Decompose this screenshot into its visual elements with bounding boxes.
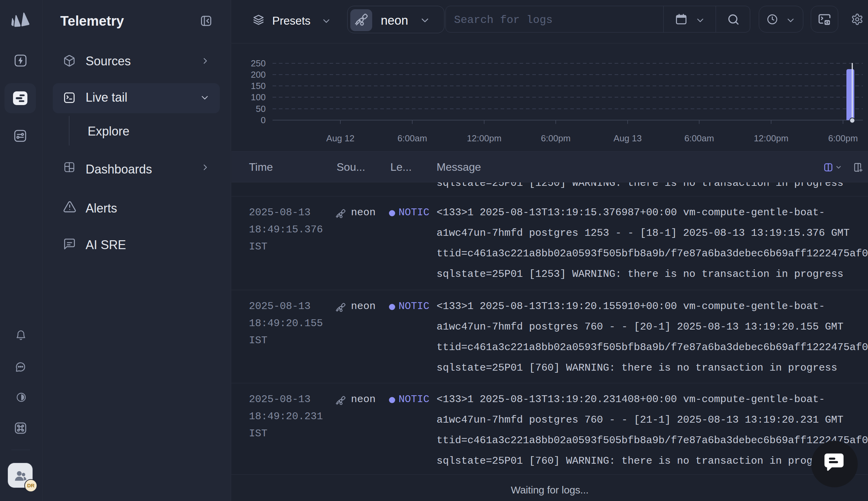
svg-text:Aug 12: Aug 12 [326,133,354,143]
svg-text:6:00pm: 6:00pm [828,133,858,143]
svg-text:6:00am: 6:00am [398,133,427,143]
svg-text:50: 50 [256,104,266,114]
svg-text:150: 150 [251,81,266,91]
svg-text:12:00pm: 12:00pm [754,133,788,143]
svg-text:200: 200 [251,70,266,80]
svg-text:250: 250 [251,58,266,68]
svg-text:100: 100 [251,92,266,102]
svg-text:6:00pm: 6:00pm [541,133,571,143]
svg-text:Aug 13: Aug 13 [614,133,642,143]
svg-text:12:00pm: 12:00pm [467,133,501,143]
svg-text:0: 0 [261,115,266,125]
svg-text:6:00am: 6:00am [685,133,714,143]
